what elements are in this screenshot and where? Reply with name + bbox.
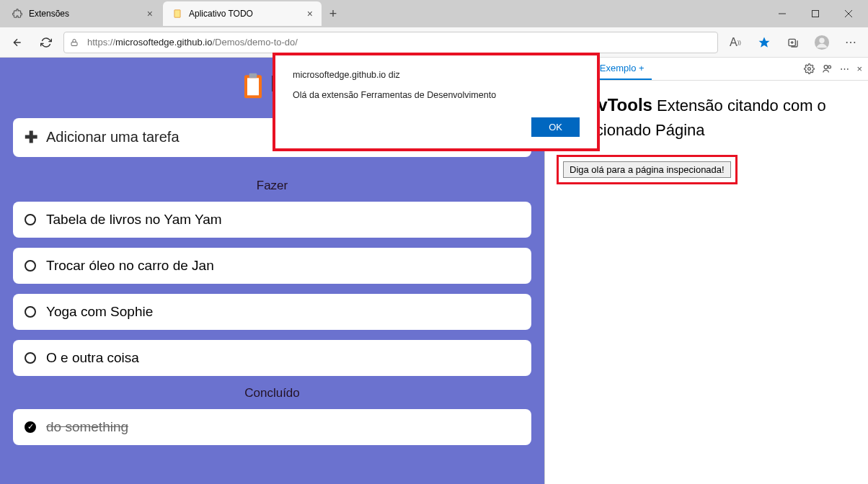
svg-rect-5 <box>71 42 77 45</box>
tab-close-button[interactable]: × <box>307 8 313 19</box>
new-tab-button[interactable]: + <box>323 4 343 24</box>
section-todo-label: Fazer <box>13 179 531 193</box>
say-hello-button[interactable]: Diga olá para a página inspecionada! <box>563 161 731 178</box>
plus-icon: ✚ <box>25 128 37 147</box>
svg-rect-13 <box>247 78 259 95</box>
svg-marker-6 <box>759 37 770 47</box>
task-item[interactable]: O e outra coisa <box>13 340 531 376</box>
task-text: Tabela de livros no Yam Yam <box>46 212 222 228</box>
task-checkbox[interactable] <box>25 260 36 272</box>
task-text: Yoga com Sophie <box>46 304 153 320</box>
browser-tab-extensions[interactable]: Extensões × <box>3 1 161 26</box>
url-protocol: https:// <box>87 37 115 48</box>
svg-rect-2 <box>812 11 819 17</box>
refresh-button[interactable] <box>35 31 58 54</box>
dialog-message: Olá da extensão Ferramentas de Desenvolv… <box>293 90 580 100</box>
devtools-close-button[interactable]: × <box>856 63 862 74</box>
svg-rect-0 <box>174 10 180 18</box>
tab-title: Aplicativo TODO <box>189 9 253 19</box>
feedback-icon[interactable] <box>822 63 833 74</box>
task-checkbox[interactable] <box>25 352 36 364</box>
task-checkbox[interactable] <box>25 214 36 225</box>
add-task-label: Adicionar uma tarefa <box>46 129 180 145</box>
address-bar[interactable]: https://microsoftedge.github.io/Demos/de… <box>63 32 718 53</box>
tab-close-button[interactable]: × <box>147 8 153 19</box>
puzzle-icon <box>12 8 23 19</box>
lock-icon <box>70 37 81 48</box>
favorite-icon[interactable] <box>753 31 776 54</box>
browser-tab-todo[interactable]: Aplicativo TODO × <box>163 1 322 26</box>
svg-point-15 <box>808 68 811 71</box>
task-item[interactable]: Trocar óleo no carro de Jan <box>13 248 531 284</box>
back-button[interactable] <box>6 31 29 54</box>
settings-icon[interactable] <box>804 63 815 74</box>
svg-point-16 <box>825 66 828 69</box>
task-checkbox[interactable] <box>25 306 36 318</box>
collections-icon[interactable] <box>781 31 805 54</box>
document-icon <box>172 8 183 19</box>
task-text: do something <box>46 419 128 435</box>
task-text: Trocar óleo no carro de Jan <box>46 258 214 274</box>
task-item-done[interactable]: do something <box>13 409 531 445</box>
minimize-button[interactable] <box>766 2 799 25</box>
read-aloud-icon[interactable]: A)) <box>724 31 747 54</box>
task-text: O e outra coisa <box>46 350 139 366</box>
highlight-box: Diga olá para a página inspecionada! <box>557 155 738 184</box>
profile-icon[interactable] <box>810 31 833 54</box>
svg-point-17 <box>828 66 831 68</box>
maximize-button[interactable] <box>799 2 832 25</box>
url-host: microsoftedge.github.io <box>115 37 212 48</box>
url-path: /Demos/demo-to-do/ <box>212 37 298 48</box>
clipboard-icon <box>242 72 265 99</box>
svg-rect-14 <box>249 73 257 78</box>
tab-strip: Extensões × Aplicativo TODO × + <box>0 0 868 27</box>
javascript-alert-dialog: microsoftedge.github.io diz Olá da exten… <box>273 53 600 151</box>
dialog-ok-button[interactable]: OK <box>531 117 580 137</box>
devtools-heading: ic DevTools Extensão citando com o Inspe… <box>557 92 856 142</box>
section-done-label: Concluído <box>13 386 531 400</box>
tab-title: Extensões <box>29 9 69 19</box>
devtools-more-button[interactable]: ⋯ <box>840 63 849 74</box>
task-item[interactable]: Tabela de livros no Yam Yam <box>13 202 531 238</box>
dialog-origin: microsoftedge.github.io diz <box>293 70 580 80</box>
task-item[interactable]: Yoga com Sophie <box>13 294 531 330</box>
task-checkbox-checked[interactable] <box>25 421 36 433</box>
close-window-button[interactable] <box>832 2 865 25</box>
window-controls <box>766 2 865 25</box>
menu-button[interactable]: ⋯ <box>839 31 862 54</box>
svg-point-11 <box>819 37 824 42</box>
